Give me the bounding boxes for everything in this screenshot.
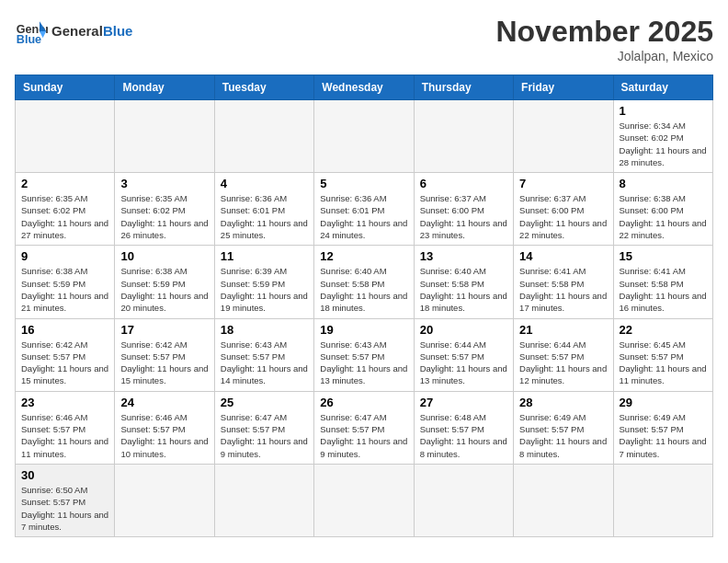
calendar-cell	[414, 100, 513, 173]
calendar-cell	[115, 100, 214, 173]
calendar-cell	[613, 464, 712, 536]
day-info: Sunrise: 6:35 AM Sunset: 6:02 PM Dayligh…	[120, 192, 208, 241]
location: Jolalpan, Mexico	[495, 49, 713, 63]
calendar-cell	[214, 100, 313, 173]
calendar-cell	[514, 464, 613, 536]
calendar-cell: 30Sunrise: 6:50 AM Sunset: 5:57 PM Dayli…	[16, 464, 115, 536]
day-number: 27	[420, 396, 507, 409]
day-info: Sunrise: 6:37 AM Sunset: 6:00 PM Dayligh…	[420, 192, 507, 241]
calendar-week-2: 2Sunrise: 6:35 AM Sunset: 6:02 PM Daylig…	[16, 173, 713, 246]
day-number: 5	[320, 177, 407, 190]
day-info: Sunrise: 6:42 AM Sunset: 5:57 PM Dayligh…	[120, 339, 208, 387]
calendar-body: 1Sunrise: 6:34 AM Sunset: 6:02 PM Daylig…	[16, 100, 713, 537]
day-number: 19	[320, 323, 407, 337]
day-of-week-wednesday: Wednesday	[314, 75, 414, 100]
calendar-cell: 16Sunrise: 6:42 AM Sunset: 5:57 PM Dayli…	[16, 318, 115, 391]
calendar-cell: 18Sunrise: 6:43 AM Sunset: 5:57 PM Dayli…	[214, 318, 313, 391]
calendar-cell: 29Sunrise: 6:49 AM Sunset: 5:57 PM Dayli…	[613, 391, 712, 464]
day-number: 6	[420, 177, 507, 190]
month-title: November 2025	[495, 15, 713, 49]
day-number: 22	[620, 323, 707, 337]
calendar-cell: 28Sunrise: 6:49 AM Sunset: 5:57 PM Dayli…	[514, 391, 613, 464]
calendar: SundayMondayTuesdayWednesdayThursdayFrid…	[15, 75, 713, 537]
calendar-cell: 26Sunrise: 6:47 AM Sunset: 5:57 PM Dayli…	[314, 391, 414, 464]
day-info: Sunrise: 6:47 AM Sunset: 5:57 PM Dayligh…	[221, 411, 308, 460]
calendar-cell	[16, 100, 115, 173]
day-number: 26	[320, 396, 407, 409]
day-number: 1	[620, 104, 707, 118]
day-info: Sunrise: 6:46 AM Sunset: 5:57 PM Dayligh…	[120, 411, 208, 460]
day-info: Sunrise: 6:36 AM Sunset: 6:01 PM Dayligh…	[320, 192, 407, 241]
day-of-week-monday: Monday	[115, 75, 214, 100]
day-info: Sunrise: 6:36 AM Sunset: 6:01 PM Dayligh…	[221, 192, 308, 241]
calendar-cell: 12Sunrise: 6:40 AM Sunset: 5:58 PM Dayli…	[314, 246, 414, 318]
day-number: 30	[21, 468, 108, 482]
logo-text: GeneralBlue	[51, 24, 132, 40]
calendar-cell: 24Sunrise: 6:46 AM Sunset: 5:57 PM Dayli…	[115, 391, 214, 464]
day-info: Sunrise: 6:41 AM Sunset: 5:58 PM Dayligh…	[620, 265, 707, 314]
day-number: 24	[120, 396, 208, 409]
day-info: Sunrise: 6:45 AM Sunset: 5:57 PM Dayligh…	[620, 339, 707, 387]
calendar-cell: 7Sunrise: 6:37 AM Sunset: 6:00 PM Daylig…	[514, 173, 613, 246]
svg-text:Blue: Blue	[17, 33, 41, 46]
day-of-week-sunday: Sunday	[16, 75, 115, 100]
calendar-cell: 21Sunrise: 6:44 AM Sunset: 5:57 PM Dayli…	[514, 318, 613, 391]
calendar-cell: 6Sunrise: 6:37 AM Sunset: 6:00 PM Daylig…	[414, 173, 513, 246]
day-info: Sunrise: 6:44 AM Sunset: 5:57 PM Dayligh…	[420, 339, 507, 387]
calendar-cell: 25Sunrise: 6:47 AM Sunset: 5:57 PM Dayli…	[214, 391, 313, 464]
calendar-header: SundayMondayTuesdayWednesdayThursdayFrid…	[16, 75, 713, 100]
day-info: Sunrise: 6:38 AM Sunset: 5:59 PM Dayligh…	[120, 265, 208, 314]
day-number: 4	[221, 177, 308, 190]
day-number: 17	[120, 323, 208, 337]
calendar-cell: 22Sunrise: 6:45 AM Sunset: 5:57 PM Dayli…	[613, 318, 712, 391]
calendar-cell: 14Sunrise: 6:41 AM Sunset: 5:58 PM Dayli…	[514, 246, 613, 318]
calendar-cell	[115, 464, 214, 536]
day-number: 21	[519, 323, 607, 337]
day-info: Sunrise: 6:46 AM Sunset: 5:57 PM Dayligh…	[21, 411, 108, 460]
calendar-cell: 5Sunrise: 6:36 AM Sunset: 6:01 PM Daylig…	[314, 173, 414, 246]
calendar-cell: 4Sunrise: 6:36 AM Sunset: 6:01 PM Daylig…	[214, 173, 313, 246]
calendar-cell: 19Sunrise: 6:43 AM Sunset: 5:57 PM Dayli…	[314, 318, 414, 391]
day-info: Sunrise: 6:41 AM Sunset: 5:58 PM Dayligh…	[519, 265, 607, 314]
day-info: Sunrise: 6:38 AM Sunset: 5:59 PM Dayligh…	[21, 265, 108, 314]
logo: General Blue GeneralBlue	[15, 15, 132, 48]
day-info: Sunrise: 6:47 AM Sunset: 5:57 PM Dayligh…	[320, 411, 407, 460]
page-header: General Blue GeneralBlue November 2025 J…	[15, 15, 713, 63]
day-number: 11	[221, 249, 308, 263]
day-info: Sunrise: 6:43 AM Sunset: 5:57 PM Dayligh…	[320, 339, 407, 387]
day-number: 28	[519, 396, 607, 409]
calendar-cell: 10Sunrise: 6:38 AM Sunset: 5:59 PM Dayli…	[115, 246, 214, 318]
day-of-week-friday: Friday	[514, 75, 613, 100]
day-number: 29	[620, 396, 707, 409]
calendar-cell	[414, 464, 513, 536]
day-number: 23	[21, 396, 108, 409]
day-info: Sunrise: 6:44 AM Sunset: 5:57 PM Dayligh…	[519, 339, 607, 387]
logo-icon: General Blue	[15, 15, 48, 48]
calendar-cell: 23Sunrise: 6:46 AM Sunset: 5:57 PM Dayli…	[16, 391, 115, 464]
calendar-cell: 17Sunrise: 6:42 AM Sunset: 5:57 PM Dayli…	[115, 318, 214, 391]
day-info: Sunrise: 6:49 AM Sunset: 5:57 PM Dayligh…	[620, 411, 707, 460]
day-info: Sunrise: 6:49 AM Sunset: 5:57 PM Dayligh…	[519, 411, 607, 460]
day-number: 18	[221, 323, 308, 337]
calendar-week-5: 23Sunrise: 6:46 AM Sunset: 5:57 PM Dayli…	[16, 391, 713, 464]
day-number: 10	[120, 249, 208, 263]
calendar-week-4: 16Sunrise: 6:42 AM Sunset: 5:57 PM Dayli…	[16, 318, 713, 391]
calendar-cell: 15Sunrise: 6:41 AM Sunset: 5:58 PM Dayli…	[613, 246, 712, 318]
day-info: Sunrise: 6:50 AM Sunset: 5:57 PM Dayligh…	[21, 484, 108, 533]
day-info: Sunrise: 6:40 AM Sunset: 5:58 PM Dayligh…	[320, 265, 407, 314]
day-info: Sunrise: 6:43 AM Sunset: 5:57 PM Dayligh…	[221, 339, 308, 387]
calendar-cell: 8Sunrise: 6:38 AM Sunset: 6:00 PM Daylig…	[613, 173, 712, 246]
day-number: 15	[620, 249, 707, 263]
calendar-cell: 3Sunrise: 6:35 AM Sunset: 6:02 PM Daylig…	[115, 173, 214, 246]
calendar-cell	[214, 464, 313, 536]
calendar-cell	[314, 100, 414, 173]
day-number: 16	[21, 323, 108, 337]
calendar-week-3: 9Sunrise: 6:38 AM Sunset: 5:59 PM Daylig…	[16, 246, 713, 318]
day-number: 14	[519, 249, 607, 263]
calendar-cell: 2Sunrise: 6:35 AM Sunset: 6:02 PM Daylig…	[16, 173, 115, 246]
day-of-week-tuesday: Tuesday	[214, 75, 313, 100]
day-of-week-thursday: Thursday	[414, 75, 513, 100]
calendar-cell: 1Sunrise: 6:34 AM Sunset: 6:02 PM Daylig…	[613, 100, 712, 173]
day-info: Sunrise: 6:48 AM Sunset: 5:57 PM Dayligh…	[420, 411, 507, 460]
day-number: 20	[420, 323, 507, 337]
